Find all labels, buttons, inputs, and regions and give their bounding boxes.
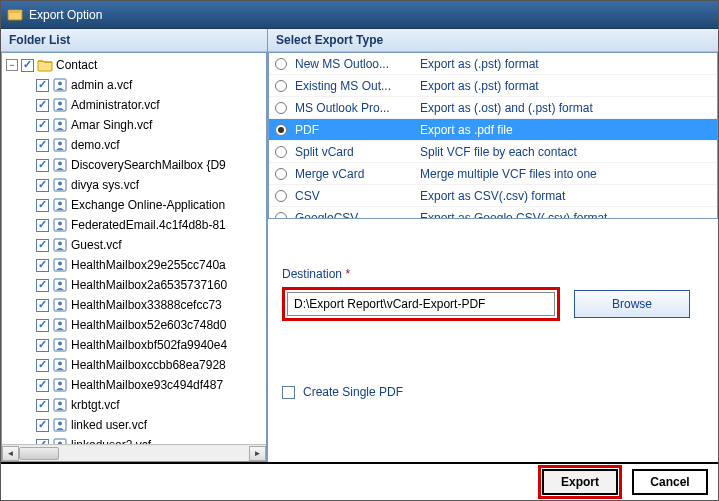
tree-item[interactable]: HealthMailbox2a6535737160 bbox=[2, 275, 266, 295]
tree-item-label: FederatedEmail.4c1f4d8b-81 bbox=[71, 218, 226, 232]
tree-root-label: Contact bbox=[56, 58, 97, 72]
tree-item-label: HealthMailboxbf502fa9940e4 bbox=[71, 338, 227, 352]
scroll-left-arrow-icon[interactable]: ◄ bbox=[2, 446, 19, 461]
export-type-row[interactable]: Split vCardSplit VCF file by each contac… bbox=[269, 141, 717, 163]
tree-item[interactable]: HealthMailboxe93c494df487 bbox=[2, 375, 266, 395]
scroll-thumb[interactable] bbox=[19, 447, 59, 460]
checkbox-icon[interactable] bbox=[36, 279, 49, 292]
checkbox-icon[interactable] bbox=[36, 179, 49, 192]
svg-point-7 bbox=[58, 122, 62, 126]
destination-input-highlight bbox=[282, 287, 560, 321]
scroll-track[interactable] bbox=[19, 446, 249, 461]
export-type-desc: Merge multiple VCF files into one bbox=[418, 167, 717, 181]
export-type-name: MS Outlook Pro... bbox=[293, 101, 418, 115]
checkbox-icon[interactable] bbox=[36, 199, 49, 212]
export-button[interactable]: Export bbox=[542, 469, 618, 495]
export-panel: Select Export Type New MS Outloo...Expor… bbox=[268, 29, 718, 462]
checkbox-icon[interactable] bbox=[36, 319, 49, 332]
vcard-file-icon bbox=[52, 357, 68, 373]
horizontal-scrollbar[interactable]: ◄ ► bbox=[2, 444, 266, 461]
vcard-file-icon bbox=[52, 197, 68, 213]
tree-item-label: HealthMailboxccbb68ea7928 bbox=[71, 358, 226, 372]
checkbox-icon[interactable] bbox=[36, 339, 49, 352]
tree-item[interactable]: HealthMailboxbf502fa9940e4 bbox=[2, 335, 266, 355]
tree-item[interactable]: Exchange Online-Application bbox=[2, 195, 266, 215]
radio-icon[interactable] bbox=[269, 212, 293, 219]
tree-item[interactable]: HealthMailbox29e255cc740a bbox=[2, 255, 266, 275]
svg-point-29 bbox=[58, 342, 62, 346]
svg-point-11 bbox=[58, 162, 62, 166]
folder-tree[interactable]: −Contactadmin a.vcfAdministrator.vcfAmar… bbox=[2, 53, 266, 444]
checkbox-icon[interactable] bbox=[36, 239, 49, 252]
checkbox-icon[interactable] bbox=[36, 79, 49, 92]
vcard-file-icon bbox=[52, 117, 68, 133]
destination-area: Destination * Browse Create Single PDF bbox=[268, 219, 718, 399]
tree-item[interactable]: HealthMailbox52e603c748d0 bbox=[2, 315, 266, 335]
tree-root-contact[interactable]: −Contact bbox=[2, 55, 266, 75]
tree-item[interactable]: HealthMailboxccbb68ea7928 bbox=[2, 355, 266, 375]
tree-item[interactable]: divya sys.vcf bbox=[2, 175, 266, 195]
checkbox-icon[interactable] bbox=[36, 119, 49, 132]
tree-item[interactable]: HealthMailbox33888cefcc73 bbox=[2, 295, 266, 315]
checkbox-icon[interactable] bbox=[36, 139, 49, 152]
vcard-file-icon bbox=[52, 237, 68, 253]
export-type-row[interactable]: GoogleCSVExport as Google CSV(.csv) form… bbox=[269, 207, 717, 218]
export-type-list[interactable]: New MS Outloo...Export as (.pst) formatE… bbox=[269, 53, 717, 218]
export-type-row[interactable]: PDFExport as .pdf file bbox=[269, 119, 717, 141]
tree-item-label: DiscoverySearchMailbox {D9 bbox=[71, 158, 226, 172]
svg-point-37 bbox=[58, 422, 62, 426]
vcard-file-icon bbox=[52, 217, 68, 233]
checkbox-icon[interactable] bbox=[36, 399, 49, 412]
radio-icon[interactable] bbox=[269, 190, 293, 202]
checkbox-icon[interactable] bbox=[36, 419, 49, 432]
export-type-row[interactable]: CSVExport as CSV(.csv) format bbox=[269, 185, 717, 207]
export-type-row[interactable]: New MS Outloo...Export as (.pst) format bbox=[269, 53, 717, 75]
radio-icon[interactable] bbox=[269, 168, 293, 180]
tree-item[interactable]: linkeduser2.vcf bbox=[2, 435, 266, 444]
checkbox-icon[interactable] bbox=[36, 359, 49, 372]
radio-icon[interactable] bbox=[269, 102, 293, 114]
destination-input[interactable] bbox=[287, 292, 555, 316]
browse-button[interactable]: Browse bbox=[574, 290, 690, 318]
tree-item[interactable]: linked user.vcf bbox=[2, 415, 266, 435]
tree-item-label: Amar Singh.vcf bbox=[71, 118, 152, 132]
folder-list-header: Folder List bbox=[1, 29, 267, 52]
vcard-file-icon bbox=[52, 137, 68, 153]
tree-item[interactable]: Guest.vcf bbox=[2, 235, 266, 255]
tree-item[interactable]: admin a.vcf bbox=[2, 75, 266, 95]
export-option-window: Export Option Folder List −Contactadmin … bbox=[0, 0, 719, 501]
checkbox-icon[interactable] bbox=[36, 159, 49, 172]
checkbox-icon[interactable] bbox=[36, 299, 49, 312]
svg-point-3 bbox=[58, 82, 62, 86]
checkbox-icon[interactable] bbox=[36, 219, 49, 232]
tree-item[interactable]: demo.vcf bbox=[2, 135, 266, 155]
radio-icon[interactable] bbox=[269, 124, 293, 136]
export-type-desc: Export as .pdf file bbox=[418, 123, 717, 137]
radio-icon[interactable] bbox=[269, 80, 293, 92]
scroll-right-arrow-icon[interactable]: ► bbox=[249, 446, 266, 461]
radio-icon[interactable] bbox=[269, 58, 293, 70]
checkbox-icon[interactable] bbox=[36, 259, 49, 272]
tree-item-label: HealthMailbox2a6535737160 bbox=[71, 278, 227, 292]
tree-item[interactable]: DiscoverySearchMailbox {D9 bbox=[2, 155, 266, 175]
cancel-button[interactable]: Cancel bbox=[632, 469, 708, 495]
tree-item[interactable]: FederatedEmail.4c1f4d8b-81 bbox=[2, 215, 266, 235]
checkbox-icon[interactable] bbox=[21, 59, 34, 72]
radio-icon[interactable] bbox=[269, 146, 293, 158]
collapse-toggle-icon[interactable]: − bbox=[6, 59, 18, 71]
checkbox-icon[interactable] bbox=[36, 99, 49, 112]
titlebar: Export Option bbox=[1, 1, 718, 29]
create-single-pdf-checkbox[interactable]: Create Single PDF bbox=[282, 385, 704, 399]
export-type-row[interactable]: MS Outlook Pro...Export as (.ost) and (.… bbox=[269, 97, 717, 119]
tree-item[interactable]: krbtgt.vcf bbox=[2, 395, 266, 415]
destination-label-text: Destination bbox=[282, 267, 342, 281]
vcard-file-icon bbox=[52, 377, 68, 393]
tree-item[interactable]: Amar Singh.vcf bbox=[2, 115, 266, 135]
checkbox-icon[interactable] bbox=[36, 379, 49, 392]
svg-point-5 bbox=[58, 102, 62, 106]
export-type-row[interactable]: Merge vCardMerge multiple VCF files into… bbox=[269, 163, 717, 185]
tree-item[interactable]: Administrator.vcf bbox=[2, 95, 266, 115]
export-type-name: Existing MS Out... bbox=[293, 79, 418, 93]
export-type-row[interactable]: Existing MS Out...Export as (.pst) forma… bbox=[269, 75, 717, 97]
folder-tree-container: −Contactadmin a.vcfAdministrator.vcfAmar… bbox=[1, 52, 267, 462]
